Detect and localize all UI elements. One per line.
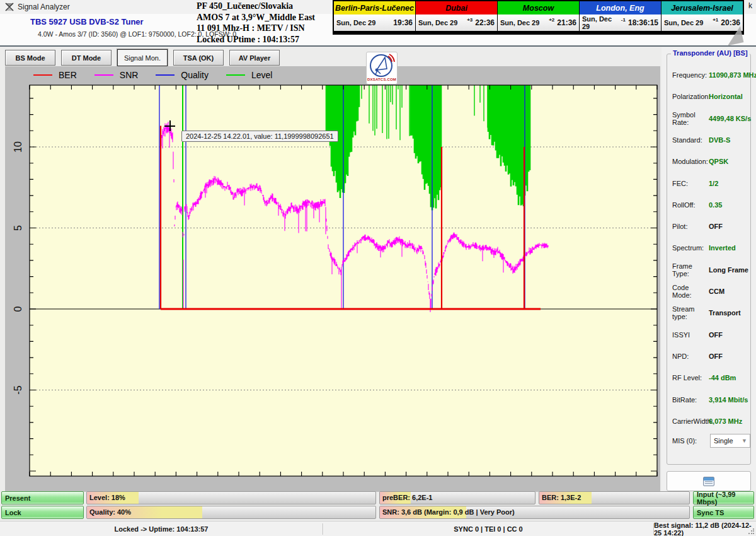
legend-item-quality: Quality — [156, 70, 209, 80]
transponder-row: Code Mode:CCM — [667, 281, 750, 302]
transponder-field-value: DVB-S — [709, 136, 730, 144]
transponder-field-value: 6,073 MHz — [709, 417, 742, 425]
quality-bar-label: Quality: 40% — [89, 506, 131, 518]
info-line: AMOS 7 at 3,9°W_Middle East — [197, 12, 333, 23]
lock-indicator[interactable]: Lock — [1, 506, 84, 519]
status-best-signal: Best signal: 11,2 dB (2024-12-25 14:22) — [654, 521, 756, 536]
chart-legend: BERSNRQualityLevel — [33, 70, 290, 80]
clock-time-row: Sun, Dec 29+221:36 — [498, 15, 579, 31]
transponder-row: NPD:OFF — [667, 346, 750, 367]
clock-time-row: Sun, Dec 29-118:36:15 — [580, 15, 661, 31]
tab-tsa-ok-[interactable]: TSA (OK) — [173, 50, 224, 66]
world-clocks: Berlin-Paris-LučenecSun, Dec 2919:36Duba… — [333, 0, 744, 35]
mis-value: Single — [714, 437, 733, 445]
clock-time: 20:36 — [721, 18, 740, 27]
transponder-field-value: Long Frame — [709, 266, 748, 274]
legend-label: Quality — [181, 70, 209, 80]
clock-date: Sun, Dec 29 — [336, 19, 375, 26]
transponder-field-label: Modulation: — [672, 158, 709, 165]
tab-signal-mon-[interactable]: Signal Mon. — [117, 49, 168, 66]
transponder-field-label: RollOff: — [672, 201, 709, 209]
legend-label: BER — [59, 70, 77, 80]
clock-date: Sun, Dec 29 — [582, 15, 621, 30]
transponder-row: RF Level:-44 dBm — [667, 367, 750, 388]
transponder-field-label: CarrierWidth: — [672, 417, 709, 425]
clock-panel: Berlin-Paris-LučenecSun, Dec 2919:36 — [334, 1, 416, 33]
clock-city: Moscow — [498, 1, 579, 15]
svg-text:5: 5 — [13, 225, 23, 231]
transponder-field-label: NPD: — [672, 352, 709, 360]
input-indicator[interactable]: Input (~3,99 Mbps) — [693, 491, 754, 504]
tuner-name: TBS 5927 USB DVB-S2 Tuner — [30, 17, 144, 26]
dxsatcs-logo: DXSATCS.COM — [366, 52, 398, 84]
transponder-row: Frame Type:Long Frame — [667, 259, 750, 281]
transponder-row: Frequency:11090,873 MHz — [667, 64, 750, 86]
clock-date: Sun, Dec 29 — [418, 19, 457, 26]
transponder-field-value: -44 dBm — [709, 374, 736, 382]
tab-av-player[interactable]: AV Player — [229, 50, 280, 66]
transponder-row: Stream type:Transport — [667, 302, 750, 323]
clock-time-row: Sun, Dec 29+322:36 — [416, 15, 497, 31]
transponder-row: Standard:DVB-S — [667, 129, 750, 151]
legend-item-level: Level — [226, 70, 272, 80]
transponder-field-value: OFF — [709, 352, 723, 360]
transponder-field-value: 1/2 — [709, 180, 718, 187]
transponder-field-value: Inverted — [709, 244, 736, 252]
transponder-field-label: Spectrum: — [672, 244, 709, 252]
tab-dt-mode[interactable]: DT Mode — [61, 50, 112, 66]
clock-time: 19:36 — [393, 18, 413, 27]
transponder-field-label: ISSYI — [672, 331, 709, 339]
transponder-field-label: BitRate: — [672, 396, 709, 404]
transponder-field-label: Stream type: — [672, 305, 709, 320]
level-bar-label: Level: 18% — [89, 492, 125, 504]
clock-time: 21:36 — [557, 18, 576, 27]
clock-city: Berlin-Paris-Lučenec — [334, 1, 415, 15]
corner-glyph: k — [748, 1, 752, 10]
transponder-groupbox: Transponder (AU) [BS] Frequency:11090,87… — [667, 54, 751, 465]
satellite-dish-icon — [368, 52, 396, 78]
clock-date: Sun, Dec 29 — [500, 19, 539, 26]
transponder-field-label: FEC: — [672, 180, 709, 187]
transponder-field-label: Frequency: — [672, 71, 709, 79]
legend-item-snr: SNR — [94, 70, 139, 80]
chart-tooltip: 2024-12-25 14.22.01, value: 11,199999809… — [181, 131, 338, 142]
resize-grip[interactable] — [748, 528, 754, 535]
level-bar: Level: 18% — [86, 491, 376, 504]
transponder-row: Polarization:Horizontal — [667, 86, 750, 107]
transponder-field-value: 0.35 — [709, 201, 722, 209]
transponder-field-label: Pilot: — [672, 223, 709, 230]
header-divider — [0, 45, 756, 47]
window-title: Signal Analyzer — [18, 3, 70, 11]
tab-bs-mode[interactable]: BS Mode — [5, 50, 55, 66]
chevron-down-icon: ▼ — [742, 438, 750, 444]
transponder-row: Spectrum:Inverted — [667, 237, 750, 259]
clock-city: London, Eng — [580, 1, 661, 15]
transponder-field-value: CCM — [709, 288, 724, 295]
svg-text:-5: -5 — [13, 385, 23, 394]
transponder-row: Symbol Rate:4499,48 KS/s — [667, 108, 750, 129]
transponder-field-label: Frame Type: — [672, 262, 709, 277]
legend-swatch — [156, 74, 175, 76]
sync-ts-indicator[interactable]: Sync TS — [693, 506, 754, 519]
snr-bar: SNR: 3,6 dB (Margin: 0,9 dB | Very Poor) — [379, 506, 690, 519]
logo-caption: DXSATCS.COM — [367, 78, 396, 81]
mis-label: MIS (0): — [672, 437, 709, 445]
preber-bar: preBER: 6,2E-1 — [379, 491, 536, 504]
ber-bar-label: BER: 1,3E-2 — [542, 492, 581, 504]
transponder-row: RollOff:0.35 — [667, 194, 750, 216]
transponder-row: Modulation:QPSK — [667, 151, 750, 172]
clock-time-row: Sun, Dec 2919:36 — [334, 15, 415, 31]
status-bar: Locked -> Uptime: 104:13:57 SYNC 0 | TEI… — [0, 521, 756, 536]
clock-panel: MoscowSun, Dec 29+221:36 — [498, 1, 580, 33]
clock-utc-offset: +2 — [549, 17, 554, 23]
legend-swatch — [94, 74, 113, 76]
transponder-field-label: Polarization: — [672, 93, 709, 100]
mis-select[interactable]: Single ▼ — [710, 434, 750, 448]
transponder-list-button[interactable] — [667, 471, 751, 491]
info-block: PF 450_Lučenec/Slovakia AMOS 7 at 3,9°W_… — [197, 1, 333, 45]
transponder-row: ISSYIOFF — [667, 324, 750, 346]
present-indicator[interactable]: Present — [1, 491, 84, 504]
transponder-panel: Transponder (AU) [BS] Frequency:11090,87… — [662, 47, 756, 491]
transponder-row: CarrierWidth:6,073 MHz — [667, 411, 750, 432]
clock-panel: DubaiSun, Dec 29+322:36 — [416, 1, 498, 33]
